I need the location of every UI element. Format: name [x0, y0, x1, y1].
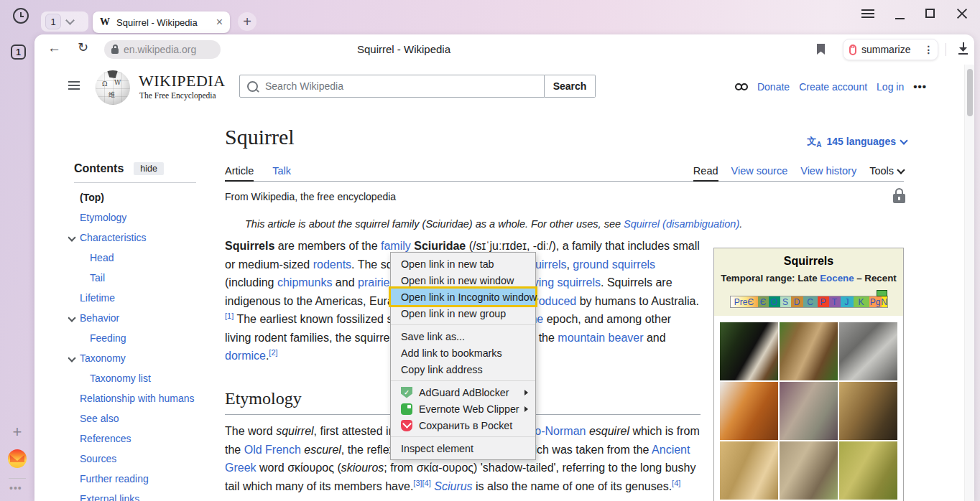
chipmunk-photo[interactable]: [780, 322, 838, 380]
timeline-period-pg[interactable]: Pg: [869, 296, 882, 307]
download-icon[interactable]: [958, 42, 969, 55]
tab-article[interactable]: Article: [225, 161, 254, 181]
toc-item-references[interactable]: References: [68, 429, 223, 449]
tab-view-history[interactable]: View history: [800, 161, 856, 181]
tab-group-pill[interactable]: 1: [41, 11, 88, 32]
toc-item-relationship-with-humans[interactable]: Relationship with humans: [68, 388, 223, 408]
tab-view-source[interactable]: View source: [731, 161, 788, 181]
new-tab-button[interactable]: +: [238, 12, 256, 31]
summarize-button[interactable]: “ summarize ⋮: [843, 39, 938, 60]
timeline-period-d[interactable]: D: [791, 296, 803, 307]
tab-close-icon[interactable]: ×: [216, 17, 223, 28]
chevron-down-icon[interactable]: [68, 354, 76, 362]
search-input[interactable]: [264, 80, 544, 93]
toc-item-characteristics[interactable]: Characteristics: [68, 228, 223, 248]
wiki-link[interactable]: ground squirrels: [573, 258, 655, 271]
menu-item-сохранить-в-pocket[interactable]: Сохранить в Pocket: [391, 417, 535, 434]
menu-item-open-link-in-new-group[interactable]: Open link in new group: [391, 305, 535, 322]
toc-item-sources[interactable]: Sources: [68, 449, 223, 469]
timeline-period-t[interactable]: T: [829, 296, 841, 307]
window-close-button[interactable]: [956, 8, 968, 19]
toc-item-taxonomy[interactable]: Taxonomy: [68, 348, 223, 368]
chevron-down-icon[interactable]: [68, 314, 76, 322]
wiki-link[interactable]: Eocene: [820, 273, 854, 284]
toc-item-taxonomy-list[interactable]: Taxonomy list: [68, 368, 223, 388]
summarize-menu-icon[interactable]: ⋮: [923, 47, 933, 52]
reload-button[interactable]: ↻: [78, 39, 88, 55]
bookmark-icon[interactable]: [817, 44, 825, 55]
toc-item-head[interactable]: Head: [68, 248, 223, 268]
toc-item-lifetime[interactable]: Lifetime: [68, 288, 223, 308]
browser-tab-active[interactable]: W Squirrel - Wikipedia ×: [93, 11, 230, 33]
toc-item-behavior[interactable]: Behavior: [68, 308, 223, 328]
wiki-link[interactable]: family: [381, 240, 411, 252]
timeline-period-j[interactable]: J: [841, 296, 854, 307]
browser-menu-icon[interactable]: [861, 9, 874, 19]
prairie-dogs-photo[interactable]: [839, 441, 897, 500]
timeline-period-preє[interactable]: PreЄ: [731, 296, 758, 307]
page-protection-lock-icon[interactable]: [893, 188, 905, 203]
tab-talk[interactable]: Talk: [272, 161, 291, 181]
toc-item-top[interactable]: (Top): [68, 187, 223, 207]
menu-item-copy-link-address[interactable]: Copy link address: [391, 361, 535, 378]
menu-item-open-link-in-incognito-window[interactable]: Open link in Incognito window: [391, 289, 535, 305]
window-maximize-button[interactable]: [925, 9, 935, 18]
wiki-link[interactable]: [3][4]: [413, 478, 430, 487]
header-link-log-in[interactable]: Log in: [877, 81, 904, 93]
tab-tools[interactable]: Tools: [869, 161, 904, 181]
header-link-donate[interactable]: Donate: [757, 81, 790, 93]
wiki-link[interactable]: flying squirrels: [527, 276, 601, 289]
chevron-down-icon[interactable]: [65, 16, 75, 25]
toc-item-feeding[interactable]: Feeding: [68, 328, 223, 348]
rail-more-icon[interactable]: •••: [9, 482, 22, 494]
timeline-period-є[interactable]: Є: [758, 296, 769, 307]
timeline-period-n[interactable]: N: [882, 296, 887, 307]
menu-item-open-link-in-new-tab[interactable]: Open link in new tab: [391, 256, 535, 272]
toc-item-etymology[interactable]: Etymology: [68, 207, 223, 228]
timeline-period-c[interactable]: C: [803, 296, 818, 307]
menu-item-add-link-to-bookmarks[interactable]: Add link to bookmarks: [391, 345, 535, 361]
toc-item-external-links[interactable]: External links: [68, 489, 223, 501]
wiki-link[interactable]: mountain beaver: [558, 332, 643, 344]
search-button[interactable]: Search: [545, 75, 596, 98]
header-more-icon[interactable]: •••: [913, 80, 927, 93]
rail-add-button[interactable]: +: [10, 425, 24, 439]
wiki-link[interactable]: Sciurus: [434, 480, 472, 492]
wiki-link[interactable]: dormice: [225, 350, 266, 362]
prevosts-squirrel-photo[interactable]: [720, 322, 778, 380]
chevron-down-icon[interactable]: [68, 233, 76, 241]
standing-squirrels-photo[interactable]: [720, 441, 778, 500]
history-clock-icon[interactable]: [13, 8, 29, 24]
back-button[interactable]: ←: [47, 40, 61, 56]
menu-item-open-link-in-new-window[interactable]: Open link in new window: [391, 272, 535, 289]
menu-item-adguard-adblocker[interactable]: ✓AdGuard AdBlocker: [391, 384, 535, 401]
toc-item-further-reading[interactable]: Further reading: [68, 469, 223, 489]
wiki-link[interactable]: Old French: [244, 444, 301, 456]
ssl-lock-icon[interactable]: [111, 48, 119, 54]
page-scrollbar-track[interactable]: [964, 65, 974, 501]
wiki-link[interactable]: Squirrel (disambiguation): [624, 218, 739, 230]
wiki-hamburger-icon[interactable]: [68, 81, 80, 90]
window-minimize-button[interactable]: [895, 18, 905, 19]
languages-button[interactable]: 文A 145 languages: [807, 135, 907, 149]
ground-squirrel-photo[interactable]: [780, 382, 838, 440]
header-link-create-account[interactable]: Create account: [799, 81, 867, 93]
timeline-period-p[interactable]: P: [818, 296, 829, 307]
address-bar[interactable]: en.wikipedia.org: [104, 40, 221, 59]
menu-item-evernote-web-clipper[interactable]: Evernote Web Clipper: [391, 401, 535, 417]
toc-item-tail[interactable]: Tail: [68, 268, 223, 288]
gray-squirrel-photo[interactable]: [839, 322, 897, 380]
menu-item-save-link-as[interactable]: Save link as...: [391, 328, 535, 345]
rail-tab-counter[interactable]: 1: [11, 45, 26, 60]
hidden-pages-icon[interactable]: [735, 83, 748, 90]
wiki-link[interactable]: [1]: [225, 312, 234, 320]
toc-item-see-also[interactable]: See also: [68, 408, 223, 429]
marmots-photo[interactable]: [780, 441, 838, 500]
timeline-period-k[interactable]: K: [854, 296, 869, 307]
yandex-mail-icon[interactable]: [8, 449, 27, 468]
california-ground-squirrel-photo[interactable]: [839, 382, 897, 440]
menu-item-inspect-element[interactable]: Inspect element: [391, 440, 535, 456]
wikipedia-globe-logo[interactable]: Ω W 维: [96, 70, 130, 105]
wiki-link[interactable]: chipmunks: [277, 276, 332, 289]
toc-hide-button[interactable]: hide: [134, 162, 164, 175]
